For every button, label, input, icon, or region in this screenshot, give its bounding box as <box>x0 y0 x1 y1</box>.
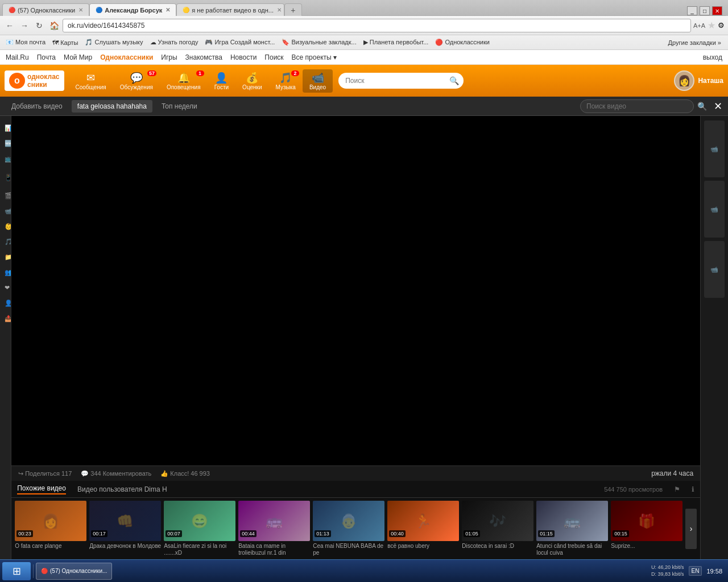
sidebar-item-top[interactable]: 📊 Топ <box>0 120 11 136</box>
right-panel-item-2[interactable]: 📹 <box>704 181 725 238</box>
thumb-item-1[interactable]: 👩 00:23 O fata care plange <box>15 501 86 556</box>
user-name: Наташа <box>698 77 723 85</box>
thumb-item-5[interactable]: 👵 01:13 Cea mai NEBUNA BABA de pe <box>313 501 384 556</box>
ok-search-icon[interactable]: 🔍 <box>449 76 459 85</box>
start-button[interactable]: ⊞ <box>2 562 31 580</box>
add-video-tab[interactable]: Добавить видео <box>6 100 68 113</box>
nav-mailru[interactable]: Mail.Ru <box>6 53 29 61</box>
back-button[interactable]: ← <box>3 19 16 32</box>
sidebar-item-clips[interactable]: 🎵 Клип... <box>0 234 11 250</box>
nav-pochta[interactable]: Почта <box>37 53 56 61</box>
sidebar-item-series[interactable]: 📺 Сер... <box>0 151 11 167</box>
klac-icon: 👍 <box>160 470 168 477</box>
sidebar-item-user-video[interactable]: 👤 Вид... <box>0 296 11 311</box>
sidebar-item-categories[interactable]: 📁 Кат... <box>0 250 11 265</box>
tab-ok[interactable]: 🔴 (57) Одноклассники ✕ <box>2 3 89 16</box>
right-panel-item-3[interactable]: 📹 <box>704 241 725 298</box>
sidebar-item-kids[interactable]: 👶 Дет... <box>0 219 11 234</box>
nav-messages[interactable]: ✉ Сообщения <box>69 69 113 93</box>
maximize-button[interactable]: □ <box>700 6 710 15</box>
report-icon[interactable]: ⚑ <box>674 485 680 493</box>
thumb-item-4[interactable]: 🚌 00:44 Bataia ca mame in trolieibuzul n… <box>238 501 310 556</box>
video-search-input[interactable] <box>580 99 694 113</box>
tab-close-2[interactable]: ✕ <box>166 7 170 13</box>
share-icon: ↪ <box>18 470 23 477</box>
bm-visual[interactable]: 🔖 Визуальные закладк... <box>278 38 359 47</box>
bm-ok[interactable]: 🔴 Одноклассники <box>432 38 493 47</box>
videos-icon: 📹 <box>5 207 11 215</box>
tab-close-1[interactable]: ✕ <box>78 7 83 13</box>
forward-button[interactable]: → <box>18 19 31 32</box>
tab-video-error[interactable]: 🟡 я не работает видео в одн... ✕ <box>176 3 284 16</box>
user-videos-tab[interactable]: Видео пользователя Dima H <box>77 485 167 493</box>
sidebar-item-videos[interactable]: 📹 Вид... <box>0 203 11 219</box>
nav-exit[interactable]: выход <box>703 53 722 61</box>
films-icon: 🎬 <box>5 192 11 199</box>
sidebar-item-news[interactable]: 🆕 Новос... <box>0 136 11 151</box>
tab-title-1: (57) Одноклассники <box>18 7 75 14</box>
thumb-item-3[interactable]: 😄 00:07 AsaLin fiecare zi si la noi ....… <box>164 501 235 556</box>
refresh-button[interactable]: ↻ <box>33 19 46 32</box>
taskbar-app-button[interactable]: 🔴 (57) Одноклассники... <box>36 563 112 580</box>
thumb-item-7[interactable]: 🎶 01:05 Discoteca in sarai :D <box>462 501 533 556</box>
bm-moy-pochta[interactable]: 📧 Моя почта <box>2 38 49 47</box>
top-week-tab[interactable]: Топ недели <box>156 100 203 113</box>
bm-other[interactable]: Другие закладки » <box>664 38 726 47</box>
nav-igry[interactable]: Игры <box>161 53 177 61</box>
nav-znakomstva[interactable]: Знакомства <box>185 53 222 61</box>
thumb-item-6[interactable]: 🏃 00:40 всё равно ubery <box>387 501 459 556</box>
right-panel-item-1[interactable]: 📹 <box>704 120 725 177</box>
info-icon[interactable]: ℹ <box>692 485 694 493</box>
share-action[interactable]: ↪ Поделиться 117 <box>18 470 72 477</box>
tab-new[interactable]: + <box>284 3 301 16</box>
tab-favicon-1: 🔴 <box>9 7 15 13</box>
bm-planeta[interactable]: ▶ Планета первобыт... <box>360 38 432 47</box>
nav-novosti[interactable]: Новости <box>230 53 257 61</box>
ok-logo[interactable]: о одноклассники <box>5 70 64 91</box>
close-video-button[interactable]: ✕ <box>714 100 722 113</box>
bm-pogoda[interactable]: ☁ Узнать погоду <box>147 38 202 47</box>
minimize-button[interactable]: _ <box>687 6 697 15</box>
sidebar-item-liked[interactable]: ❤ Мне... <box>0 280 11 296</box>
thumb-item-2[interactable]: 👊 00:17 Драка девчонок в Молдове <box>89 501 161 556</box>
thumb-item-9[interactable]: 🎁 00:15 Suprize... <box>611 501 682 556</box>
sidebar-item-tv[interactable]: 📱 ТВ-ш... <box>0 167 11 188</box>
similar-videos-tab[interactable]: Похожие видео <box>17 484 66 494</box>
scroll-right-button[interactable]: › <box>685 509 697 549</box>
address-input[interactable] <box>63 19 691 32</box>
nav-all[interactable]: Все проекты ▾ <box>292 53 337 61</box>
video-search-button[interactable]: 🔍 <box>697 102 707 111</box>
nav-guests[interactable]: 👤 Гости <box>208 69 235 93</box>
nav-ok[interactable]: Одноклассники <box>100 53 153 61</box>
home-button[interactable]: 🏠 <box>48 19 60 32</box>
lang-button[interactable]: EN <box>689 566 702 576</box>
nav-discussions[interactable]: 💬 57 Обсуждения <box>113 69 160 93</box>
user-profile[interactable]: 👩 Наташа <box>674 70 723 91</box>
nav-ratings[interactable]: 💰 Оценки <box>235 69 268 93</box>
video-player[interactable] <box>11 116 700 465</box>
nav-poisk[interactable]: Поиск <box>264 53 283 61</box>
bookmark-star-icon[interactable]: ★ <box>708 20 715 31</box>
tab-close-3[interactable]: ✕ <box>277 7 282 13</box>
sidebar-item-subscribe[interactable]: 📤 Под... <box>0 311 11 326</box>
nav-video[interactable]: 📹 Видео <box>303 69 333 93</box>
extensions-button[interactable]: ⚙ <box>718 21 725 30</box>
tab-aleksandr[interactable]: 🔵 Александр Борсук ✕ <box>89 3 176 16</box>
sidebar-item-films[interactable]: 🎬 Фил... <box>0 188 11 203</box>
klac-action[interactable]: 👍 Класс! 46 993 <box>160 470 210 477</box>
nav-moimir[interactable]: Мой Мир <box>64 53 92 61</box>
sidebar-item-my[interactable]: 👥 Мои... <box>0 265 11 280</box>
nav-notifications[interactable]: 🔔 1 Оповещения <box>160 69 208 93</box>
subscribe-icon: 📤 <box>5 315 11 322</box>
bm-game[interactable]: 🎮 Игра Создай монст... <box>201 38 278 47</box>
thumb-title-5: Cea mai NEBUNA BABA de pe <box>313 543 384 556</box>
bm-karty[interactable]: 🗺 Карты <box>49 38 81 47</box>
close-window-button[interactable]: ✕ <box>712 6 722 15</box>
ok-search-input[interactable] <box>338 73 464 89</box>
nav-music[interactable]: 🎵 2 Музыка <box>269 69 303 93</box>
comments-action[interactable]: 💬 344 Комментировать <box>81 470 151 477</box>
klac-label: Класс! <box>170 470 189 477</box>
bm-music[interactable]: 🎵 Слушать музыку <box>81 38 146 47</box>
thumb-item-8[interactable]: 🚌 01:15 Atunci când trebuie să dai locul… <box>536 501 608 556</box>
current-video-tab[interactable]: fata geloasa hahahaha <box>72 100 152 113</box>
